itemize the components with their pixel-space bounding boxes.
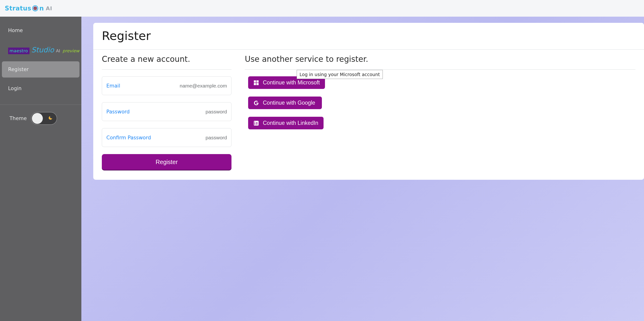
toggle-knob xyxy=(32,113,43,124)
power-icon xyxy=(32,5,38,12)
oauth-button-label: Continue with Google xyxy=(263,100,315,106)
oauth-button-label: Continue with LinkedIn xyxy=(263,120,318,126)
sidebar-item-maestro-studio[interactable]: maestro Studio AI preview xyxy=(2,41,80,58)
confirm-password-field[interactable] xyxy=(151,135,227,141)
card-divider xyxy=(93,49,644,50)
brand-logo[interactable]: Stratus n AI xyxy=(5,5,52,12)
email-field[interactable] xyxy=(120,83,227,89)
google-icon xyxy=(253,100,259,106)
studio-maestro-badge: maestro xyxy=(8,47,30,54)
topbar: Stratus n AI xyxy=(0,0,644,17)
svg-rect-4 xyxy=(254,83,256,85)
linkedin-icon xyxy=(253,120,259,126)
studio-ai-label: AI xyxy=(56,48,60,53)
logo-text-stratus: Stratus xyxy=(5,5,31,12)
svg-rect-5 xyxy=(256,83,258,85)
password-field-wrapper: Password xyxy=(102,102,232,121)
register-card: Register Create a new account. Email Pas… xyxy=(93,23,644,180)
password-field[interactable] xyxy=(130,109,227,115)
register-button[interactable]: Register xyxy=(102,154,232,170)
create-account-heading: Create a new account. xyxy=(102,54,232,70)
page-title: Register xyxy=(93,23,644,49)
confirm-password-field-wrapper: Confirm Password xyxy=(102,128,232,147)
microsoft-tooltip: Log in using your Microsoft account xyxy=(297,70,383,79)
svg-rect-2 xyxy=(254,80,256,82)
continue-with-google-button[interactable]: Continue with Google xyxy=(248,96,322,109)
theme-label: Theme xyxy=(10,116,27,121)
continue-with-linkedin-button[interactable]: Continue with LinkedIn xyxy=(248,117,324,129)
studio-preview-label: preview xyxy=(62,48,80,53)
sidebar-item-label: Home xyxy=(8,27,23,33)
external-register-heading: Use another service to register. xyxy=(245,54,636,70)
email-field-wrapper: Email xyxy=(102,76,232,95)
sidebar-item-label: Register xyxy=(8,67,28,72)
email-label: Email xyxy=(106,83,120,89)
sidebar-item-login[interactable]: Login xyxy=(2,80,80,96)
logo-text-n: n xyxy=(39,5,44,12)
studio-label: Studio xyxy=(32,46,54,54)
sidebar: Home maestro Studio AI preview Register … xyxy=(0,17,81,321)
sidebar-item-register[interactable]: Register xyxy=(2,61,80,77)
sidebar-item-home[interactable]: Home xyxy=(2,22,80,38)
sidebar-divider xyxy=(0,105,81,105)
main-content: Register Create a new account. Email Pas… xyxy=(81,17,644,321)
svg-rect-3 xyxy=(256,80,258,82)
password-label: Password xyxy=(106,109,130,115)
oauth-button-label: Continue with Microsoft xyxy=(263,79,320,86)
theme-toggle[interactable] xyxy=(31,112,57,125)
microsoft-icon xyxy=(253,80,259,86)
moon-icon xyxy=(48,116,53,121)
confirm-password-label: Confirm Password xyxy=(106,135,151,141)
sidebar-item-label: Login xyxy=(8,86,22,91)
logo-text-ai: AI xyxy=(46,5,52,11)
